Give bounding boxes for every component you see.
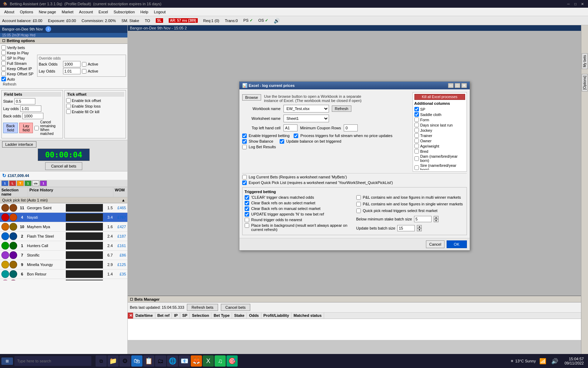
menu-new-page[interactable]: New page (36, 9, 59, 15)
menu-market[interactable]: Market (59, 9, 76, 15)
clear-back-auto-checkbox[interactable] (245, 201, 249, 205)
taskbar-volume-icon[interactable]: 🔊 (550, 356, 560, 366)
below-min-stake-input[interactable] (414, 216, 432, 222)
clear-back-manual-checkbox[interactable] (245, 206, 249, 211)
sl-badge[interactable]: SL (156, 18, 163, 23)
close-button[interactable]: ✕ (580, 1, 585, 7)
back-odds-field-input[interactable] (22, 113, 43, 119)
menu-subscription[interactable]: Subscription (111, 9, 138, 15)
quick-pick-reload-checkbox[interactable] (356, 209, 361, 213)
horse-row-11[interactable]: 11 Georges Saint 1.5 £465 (0, 203, 127, 213)
update-bets-up-btn[interactable]: ▲ (417, 225, 422, 228)
col-checkbox-Trainer[interactable] (414, 133, 419, 138)
sp-in-play-checkbox[interactable] (1, 56, 6, 60)
col-checkbox-Dam_(name/bred/year_born)[interactable] (414, 156, 419, 161)
round-trigger-checkbox[interactable] (245, 218, 249, 222)
col-checkbox-Sire_(name/bred/year_born)[interactable] (414, 165, 419, 170)
update-balance-checkbox[interactable] (280, 139, 284, 144)
col-checkbox-Form[interactable] (414, 117, 419, 122)
taskbar-app5[interactable]: 📋 (143, 355, 154, 367)
taskbar-task-view[interactable]: ⧉ (96, 355, 107, 367)
refresh-button[interactable]: Refresh (332, 105, 352, 112)
worksheet-select[interactable]: Sheet1 (284, 115, 329, 122)
browse-button[interactable]: Browse (242, 94, 261, 101)
market-info-icon[interactable]: i (46, 26, 51, 32)
my-bets-tab[interactable]: My bets (582, 53, 588, 69)
keep-in-play-checkbox[interactable] (1, 50, 6, 55)
taskbar-app12[interactable]: 🎯 (226, 355, 238, 367)
auto-checkbox[interactable] (1, 77, 6, 81)
tab-l[interactable]: L (9, 180, 16, 186)
clear-trigger-checkbox[interactable] (245, 195, 249, 200)
min-coupon-input[interactable] (344, 124, 358, 131)
below-min-down-btn[interactable]: ▼ (434, 219, 439, 222)
ok-button[interactable]: OK (447, 240, 467, 248)
taskbar-spotify[interactable]: ♫ (215, 355, 226, 367)
enable-stop-loss-checkbox[interactable] (66, 104, 71, 108)
process-triggers-checkbox[interactable] (294, 134, 298, 138)
col-checkbox-Bred[interactable] (414, 149, 419, 154)
tab-1[interactable]: 1 (1, 180, 8, 186)
cancel-remaining-checkbox[interactable] (34, 126, 39, 130)
lay-odds-field-input[interactable] (20, 105, 41, 112)
horse-row-9[interactable]: 9 Minella Youngy 2.9 £125 (0, 260, 127, 270)
keep-offset-sp-checkbox[interactable] (1, 71, 6, 76)
menu-about[interactable]: About (1, 9, 17, 15)
back-odds-active-checkbox[interactable] (82, 62, 86, 67)
betting-options-header[interactable]: ◻ Betting options (0, 38, 127, 44)
dialog-minimize-button[interactable]: ─ (448, 83, 454, 88)
full-stream-checkbox[interactable] (1, 61, 6, 66)
horse-row-6[interactable]: 6 Bon Retour 1.4 £35 (0, 270, 127, 279)
tab-1c[interactable]: 1 (40, 180, 47, 186)
menu-excel[interactable]: Excel (96, 9, 111, 15)
menu-logout[interactable]: Logout (151, 9, 169, 15)
speaker-icon[interactable]: 🔊 (274, 18, 280, 23)
log-current-bets-checkbox[interactable] (242, 175, 247, 179)
place-bets-bg-checkbox[interactable] (245, 223, 249, 228)
lay-field-button[interactable]: Lay field (19, 123, 33, 133)
top-left-input[interactable] (284, 124, 298, 131)
lay-odds-active-checkbox[interactable] (82, 69, 86, 74)
lay-odds-input[interactable] (63, 68, 80, 74)
start-button[interactable]: ⊞ (1, 357, 13, 365)
back-field-button[interactable]: Back field (3, 123, 18, 133)
workbook-select[interactable]: EW_Test.xlsx (284, 105, 329, 113)
quick-pick-scroll-up[interactable]: ▲ (121, 198, 125, 202)
dialog-maximize-button[interactable]: □ (455, 83, 460, 88)
horse-row-7[interactable]: 7 Stonific 6.7 £86 (0, 251, 127, 260)
options-tab[interactable]: [Options] (582, 74, 588, 91)
enable-fill-kill-checkbox[interactable] (66, 109, 71, 114)
pl-single-checkbox[interactable] (356, 202, 361, 206)
horse-row-1[interactable]: 1 Hunters Call 2.4 £161 (0, 241, 127, 251)
back-odds-input[interactable] (63, 61, 80, 67)
dialog-close-button[interactable]: ✕ (461, 83, 467, 88)
update-trigger-checkbox[interactable] (245, 212, 249, 217)
cancel-button[interactable]: Cancel (426, 240, 444, 248)
taskbar-settings[interactable]: ⚙ (119, 355, 131, 367)
col-checkbox-Jockey[interactable] (414, 128, 419, 132)
col-checkbox-Age/weight[interactable] (414, 144, 419, 148)
tab-cls[interactable]: cls (32, 180, 39, 186)
menu-options[interactable]: Options (17, 9, 36, 15)
tab-1b[interactable]: 1 (24, 180, 31, 186)
col-checkbox-Days_since_last_run[interactable] (414, 123, 419, 127)
taskbar-app6[interactable]: 🗂 (155, 355, 166, 367)
horse-row-4[interactable]: 4 Nayati 3.4 £767 (0, 213, 127, 222)
export-quick-pick-checkbox[interactable] (242, 180, 247, 185)
minimize-button[interactable]: ─ (566, 1, 571, 7)
maximize-button[interactable]: □ (573, 1, 578, 7)
col-checkbox-SP[interactable] (414, 107, 419, 111)
pl-multi-checkbox[interactable] (356, 195, 361, 200)
col-checkbox-Saddle_cloth[interactable] (414, 112, 419, 117)
taskbar-firefox[interactable]: 🦊 (191, 355, 202, 367)
taskbar-search-input[interactable] (14, 356, 91, 366)
refresh-bets-button[interactable]: Refresh bets (187, 304, 218, 311)
update-bets-batch-input[interactable] (397, 225, 415, 231)
tab-t[interactable]: T (17, 180, 24, 186)
taskbar-network-icon[interactable]: 📶 (538, 356, 548, 366)
verify-bets-checkbox[interactable] (1, 45, 6, 50)
enable-triggered-checkbox[interactable] (242, 134, 247, 138)
cancel-all-bets-button[interactable]: Cancel all bets (45, 162, 82, 170)
ladder-interface-button[interactable]: Ladder interface (2, 141, 36, 148)
update-bets-down-btn[interactable]: ▼ (417, 228, 422, 231)
